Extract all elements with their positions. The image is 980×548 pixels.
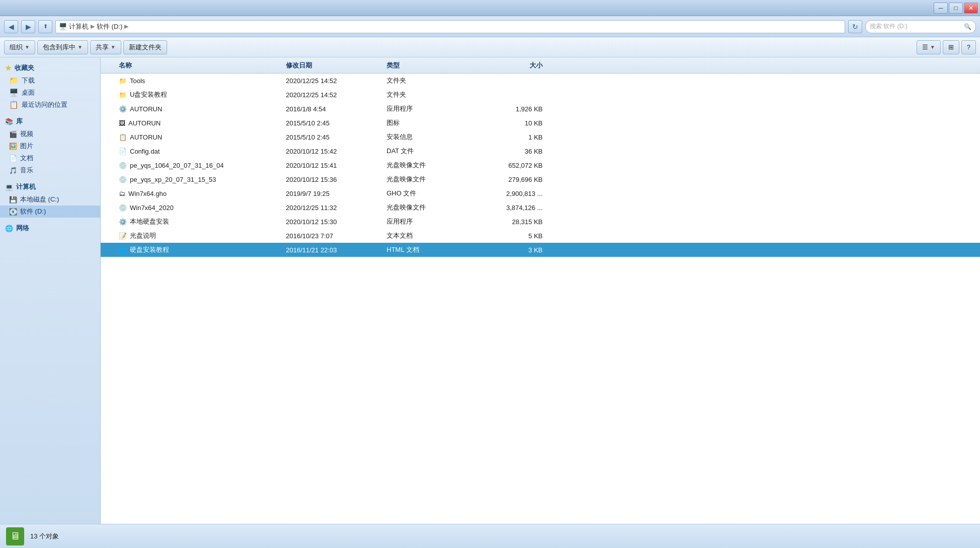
file-date-cell: 2015/5/10 2:45 [286,119,387,127]
search-bar[interactable]: 搜索 软件 (D:) 🔍 [865,20,976,33]
star-icon: ★ [5,64,12,72]
toolbar-right: ☰ ▼ ⊞ ? [917,40,976,54]
exe-icon: ⚙️ [119,218,127,226]
desktop-icon: 🖥️ [9,88,19,97]
addressbar: ◀ ▶ ⬆ 🖥️ 计算机 ▶ 软件 (D:) ▶ ↻ 搜索 软件 (D:) 🔍 [0,16,980,37]
status-count: 13 个对象 [30,532,59,541]
table-row[interactable]: ⚙️ AUTORUN 2016/1/8 4:54 应用程序 1,926 KB [101,102,980,116]
organize-chevron: ▼ [25,44,30,50]
breadcrumb-drive[interactable]: 软件 (D:) [97,22,122,31]
refresh-button[interactable]: ↻ [848,20,862,33]
file-size-cell: 3,874,126 ... [477,204,553,212]
file-type-cell: GHO 文件 [387,189,477,198]
file-name-text: Tools [130,77,145,85]
col-header-type[interactable]: 类型 [387,61,477,70]
minimize-button[interactable]: ─ [934,3,948,14]
col-header-date[interactable]: 修改日期 [286,61,387,70]
table-row[interactable]: 📋 AUTORUN 2015/5/10 2:45 安装信息 1 KB [101,130,980,144]
table-row[interactable]: 📁 U盘安装教程 2020/12/25 14:52 文件夹 [101,88,980,102]
file-type-cell: 应用程序 [387,217,477,226]
new-folder-button[interactable]: 新建文件夹 [123,40,167,54]
close-button[interactable]: ✕ [964,3,978,14]
table-row[interactable]: 💿 pe_yqs_xp_20_07_31_15_53 2020/10/12 15… [101,172,980,186]
d-drive-icon: 💽 [9,208,17,216]
table-row[interactable]: 📁 Tools 2020/12/25 14:52 文件夹 [101,74,980,88]
back-button[interactable]: ◀ [4,20,18,33]
col-header-name[interactable]: 名称 [105,61,286,70]
table-row[interactable]: 🗂 Win7x64.gho 2019/9/7 19:25 GHO 文件 2,90… [101,186,980,200]
breadcrumb-sep2: ▶ [124,23,128,30]
favorites-label: 收藏夹 [15,63,34,73]
file-date-cell: 2019/9/7 19:25 [286,190,387,197]
file-name-text: 光盘说明 [130,231,156,240]
table-row[interactable]: 🖼 AUTORUN 2015/5/10 2:45 图标 10 KB [101,116,980,130]
up-button[interactable]: ⬆ [38,20,52,33]
library-label: 库 [16,117,23,126]
toolbar: 组织 ▼ 包含到库中 ▼ 共享 ▼ 新建文件夹 ☰ ▼ ⊞ ? [0,37,980,57]
file-date-cell: 2020/12/25 14:52 [286,91,387,99]
file-list-header: 名称 修改日期 类型 大小 [101,57,980,74]
file-name-cell: ⚙️ 本地硬盘安装 [105,217,286,226]
table-row[interactable]: 💿 Win7x64_2020 2020/12/25 11:32 光盘映像文件 3… [101,200,980,215]
sidebar-item-video[interactable]: 🎬 视频 [0,128,100,140]
network-label: 网络 [16,224,29,233]
table-row[interactable]: 📄 Config.dat 2020/10/12 15:42 DAT 文件 36 … [101,144,980,158]
file-list-body: 📁 Tools 2020/12/25 14:52 文件夹 📁 U盘安装教程 20… [101,74,980,524]
network-icon: 🌐 [5,225,13,232]
sidebar-item-desktop[interactable]: 🖥️ 桌面 [0,87,100,99]
document-label: 文档 [20,154,33,163]
breadcrumb[interactable]: 🖥️ 计算机 ▶ 软件 (D:) ▶ [55,20,845,33]
file-date-cell: 2020/12/25 11:32 [286,204,387,212]
file-list-area: 名称 修改日期 类型 大小 📁 Tools 2020/12/25 14:52 文… [101,57,980,524]
file-type-cell: 光盘映像文件 [387,203,477,212]
file-size-cell: 28,315 KB [477,218,553,226]
sidebar-item-recent[interactable]: 📋 最近访问的位置 [0,99,100,111]
help-button[interactable]: ? [961,40,976,54]
file-name-cell: ⚙️ AUTORUN [105,105,286,113]
desktop-label: 桌面 [22,88,35,97]
file-name-text: AUTORUN [130,133,162,141]
ico-icon: 🖼 [119,119,125,127]
file-name-cell: 🌐 硬盘安装教程 [105,245,286,254]
breadcrumb-computer[interactable]: 计算机 [69,22,89,31]
file-name-text: U盘安装教程 [130,90,167,99]
file-date-cell: 2020/10/12 15:41 [286,162,387,169]
details-pane-button[interactable]: ⊞ [943,40,959,54]
file-type-cell: 文件夹 [387,90,477,99]
sidebar-item-downloads[interactable]: 📁 下载 [0,75,100,87]
main-area: ★ 收藏夹 📁 下载 🖥️ 桌面 📋 最近访问的位置 📚 库 [0,57,980,524]
file-name-cell: 🖼 AUTORUN [105,119,286,127]
forward-button[interactable]: ▶ [21,20,35,33]
organize-button[interactable]: 组织 ▼ [4,40,35,54]
downloads-label: 下载 [22,76,35,85]
iso-icon: 💿 [119,176,127,183]
file-size-cell: 1,926 KB [477,105,553,113]
table-row[interactable]: 🌐 硬盘安装教程 2016/11/21 22:03 HTML 文档 3 KB [101,243,980,257]
view-button[interactable]: ☰ ▼ [917,40,941,54]
network-header: 🌐 网络 [0,222,100,235]
sidebar-item-document[interactable]: 📄 文档 [0,152,100,164]
sidebar-item-music[interactable]: 🎵 音乐 [0,164,100,176]
sidebar-item-c-drive[interactable]: 💾 本地磁盘 (C:) [0,193,100,206]
maximize-button[interactable]: □ [949,3,963,14]
sidebar-item-d-drive[interactable]: 💽 软件 (D:) [0,206,100,218]
table-row[interactable]: ⚙️ 本地硬盘安装 2020/10/12 15:30 应用程序 28,315 K… [101,215,980,229]
file-name-cell: 💿 pe_yqs_1064_20_07_31_16_04 [105,162,286,169]
sidebar: ★ 收藏夹 📁 下载 🖥️ 桌面 📋 最近访问的位置 📚 库 [0,57,101,524]
table-row[interactable]: 💿 pe_yqs_1064_20_07_31_16_04 2020/10/12 … [101,158,980,172]
sidebar-item-image[interactable]: 🖼️ 图片 [0,140,100,152]
file-type-cell: DAT 文件 [387,147,477,156]
col-header-size[interactable]: 大小 [477,61,553,70]
share-button[interactable]: 共享 ▼ [90,40,121,54]
search-icon[interactable]: 🔍 [964,23,971,30]
file-date-cell: 2016/1/8 4:54 [286,105,387,113]
statusbar: 🖥 13 个对象 [0,524,980,548]
file-name-cell: 📁 U盘安装教程 [105,90,286,99]
table-row[interactable]: 📝 光盘说明 2016/10/23 7:07 文本文档 5 KB [101,229,980,243]
file-type-cell: 文件夹 [387,76,477,85]
c-drive-label: 本地磁盘 (C:) [20,195,59,204]
include-lib-button[interactable]: 包含到库中 ▼ [37,40,88,54]
file-size-cell: 5 KB [477,232,553,240]
computer-icon2: 💻 [5,183,13,191]
file-type-cell: HTML 文档 [387,245,477,254]
